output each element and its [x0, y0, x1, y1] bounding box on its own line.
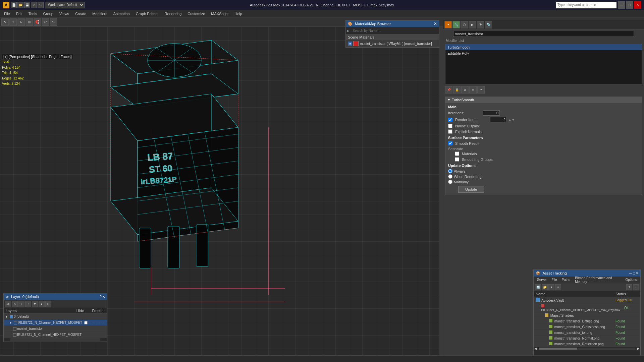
materials-checkbox[interactable]	[455, 152, 459, 156]
open-btn[interactable]: 📂	[17, 2, 23, 8]
lock-icon[interactable]: 🔒	[453, 86, 461, 94]
redo-scene[interactable]: ↪	[50, 18, 57, 26]
modifier-name-input[interactable]	[453, 31, 634, 37]
motion-tab-icon[interactable]: ▶	[469, 21, 476, 28]
asset-row-3[interactable]: monstr_transistor_Diffuse.png Found	[534, 318, 640, 324]
configure-icon[interactable]: ⚙	[461, 86, 469, 94]
maximize-button[interactable]: □	[626, 1, 633, 9]
modifier-editable-poly[interactable]: Editable Poly	[445, 50, 642, 56]
asset-help[interactable]: ?	[626, 284, 632, 290]
layers-tool-move[interactable]: ↕	[25, 301, 31, 307]
layers-tool-delete[interactable]: ✕	[12, 301, 18, 307]
new-btn[interactable]: 📄	[11, 2, 17, 8]
minimize-button[interactable]: —	[618, 1, 625, 9]
iterations-input[interactable]	[483, 110, 500, 116]
explicit-normals-checkbox[interactable]	[448, 129, 452, 134]
asset-menu-options[interactable]: Options	[624, 278, 639, 282]
update-button[interactable]: Update	[458, 186, 484, 193]
scroll-right-btn[interactable]: ▶	[637, 347, 640, 350]
asset-minimize-button[interactable]: —	[629, 272, 632, 275]
menu-tools[interactable]: Tools	[26, 10, 40, 17]
asset-row-5[interactable]: monstr_transistor_ior.png Found	[534, 330, 640, 336]
asset-info[interactable]: i	[633, 284, 639, 290]
move-tool[interactable]: ✛	[9, 18, 17, 26]
rotate-tool[interactable]: ↻	[17, 18, 25, 26]
menu-edit[interactable]: Edit	[13, 10, 25, 17]
isoline-checkbox[interactable]	[448, 124, 452, 128]
modifier-turbosmooth[interactable]: TurboSmooth	[445, 44, 642, 50]
layer-row-1-checkbox[interactable]	[84, 321, 88, 324]
asset-maximize-button[interactable]: □	[633, 272, 635, 275]
utilities-tab-icon[interactable]: 🔩	[485, 21, 492, 28]
asset-tool-1[interactable]: 🔄	[535, 284, 541, 290]
always-radio[interactable]	[448, 169, 452, 173]
scale-tool[interactable]: ⊞	[25, 18, 33, 26]
layers-tool-6[interactable]: ▲	[39, 301, 45, 307]
pin-stack-icon[interactable]: 📌	[445, 86, 452, 94]
asset-row-1[interactable]: IRLB8721_N_Channel_HEXFET_MOSFET_max_vra…	[534, 303, 640, 313]
menu-file[interactable]: File	[1, 10, 13, 17]
asset-close-button[interactable]: ✕	[636, 272, 638, 275]
display-tab-icon[interactable]: 👁	[477, 21, 484, 28]
menu-rendering[interactable]: Rendering	[162, 10, 184, 17]
asset-scrollbar[interactable]: ◀ ▶	[534, 347, 640, 350]
render-iters-spinner[interactable]: ▲▼	[508, 118, 515, 122]
search-input[interactable]	[556, 2, 616, 8]
hierarchy-tab-icon[interactable]: ⬡	[461, 21, 468, 28]
layers-help-btn[interactable]: ?	[100, 295, 102, 299]
material-browser-close[interactable]: ✕	[434, 21, 437, 26]
scroll-left-btn[interactable]: ◀	[534, 347, 537, 350]
render-iters-input[interactable]	[490, 117, 507, 122]
menu-help[interactable]: Help	[232, 10, 245, 17]
asset-tool-3[interactable]: ✦	[548, 284, 554, 290]
menu-maxscript[interactable]: MAXScript	[208, 10, 231, 17]
modify-tab-icon[interactable]: 🔧	[452, 21, 460, 28]
asset-menu-paths[interactable]: Paths	[560, 278, 573, 282]
asset-menu-server[interactable]: Server	[535, 278, 549, 282]
create-tab-icon[interactable]: ✦	[444, 21, 452, 28]
layers-tool-add[interactable]: +	[18, 301, 24, 307]
turbosmooth-header[interactable]: ▼ TurboSmooth	[445, 97, 642, 103]
layer-row-3[interactable]: IRLB8721_N_Channel_HEXFET_MOSFET	[4, 332, 107, 338]
layer-row-1[interactable]: ▼ IRLB8721_N_Channel_HEXFET_MOSFET — —	[4, 320, 107, 326]
smooth-result-checkbox[interactable]	[448, 141, 452, 145]
asset-row-2[interactable]: Maps / Shaders	[534, 313, 640, 318]
when-rendering-radio[interactable]	[448, 174, 452, 179]
workspace-dropdown[interactable]: Workspace: Default	[45, 2, 85, 8]
layers-close-btn[interactable]: ✕	[102, 295, 105, 299]
menu-create[interactable]: Create	[72, 10, 89, 17]
smoothing-groups-checkbox[interactable]	[455, 157, 459, 162]
asset-menu-bitmap[interactable]: Bitmap Performance and Memory	[573, 276, 623, 284]
layer-row-2[interactable]: mostet_transistor	[4, 326, 107, 332]
redo-btn[interactable]: ↪	[38, 2, 44, 8]
material-search-input[interactable]	[351, 28, 438, 34]
asset-tool-2[interactable]: 📁	[542, 284, 548, 290]
render-iters-checkbox[interactable]	[448, 118, 452, 122]
layer-row-0[interactable]: ▼ 0 (default)	[4, 314, 107, 320]
save-btn[interactable]: 💾	[24, 2, 30, 8]
menu-group[interactable]: Group	[40, 10, 56, 17]
layers-scrollbar[interactable]	[4, 338, 107, 342]
manually-radio[interactable]	[448, 180, 452, 184]
layers-tool-5[interactable]: ▼	[32, 301, 38, 307]
asset-row-7[interactable]: monstr_transistor_Reflection.png Found	[534, 341, 640, 347]
select-tool[interactable]: ↖	[1, 18, 9, 26]
close-button[interactable]: ✕	[634, 1, 641, 9]
undo-scene[interactable]: ↩	[42, 18, 49, 26]
asset-menu-file[interactable]: File	[549, 278, 559, 282]
asset-tool-grid[interactable]: ≡	[555, 284, 561, 290]
menu-views[interactable]: Views	[57, 10, 72, 17]
snap-toggle[interactable]: 🧲	[34, 18, 41, 26]
menu-animation[interactable]: Animation	[111, 10, 132, 17]
layers-tool-expand[interactable]: ⊞	[45, 301, 51, 307]
material-item[interactable]: M mostet_transistor ( VRayMtl ) [mostet_…	[346, 40, 439, 47]
layers-tool-1[interactable]: 🗂	[5, 301, 11, 307]
menu-modifiers[interactable]: Modifiers	[90, 10, 110, 17]
menu-graph-editors[interactable]: Graph Editors	[133, 10, 161, 17]
channel-icon[interactable]: ≡	[469, 86, 477, 94]
menu-customize[interactable]: Customize	[185, 10, 208, 17]
help-icon[interactable]: ?	[477, 86, 485, 94]
asset-row-6[interactable]: monstr_transistor_Normal.png Found	[534, 336, 640, 341]
asset-row-0[interactable]: Autodesk Vault Logged Ou	[534, 297, 640, 303]
undo-btn[interactable]: ↩	[31, 2, 37, 8]
